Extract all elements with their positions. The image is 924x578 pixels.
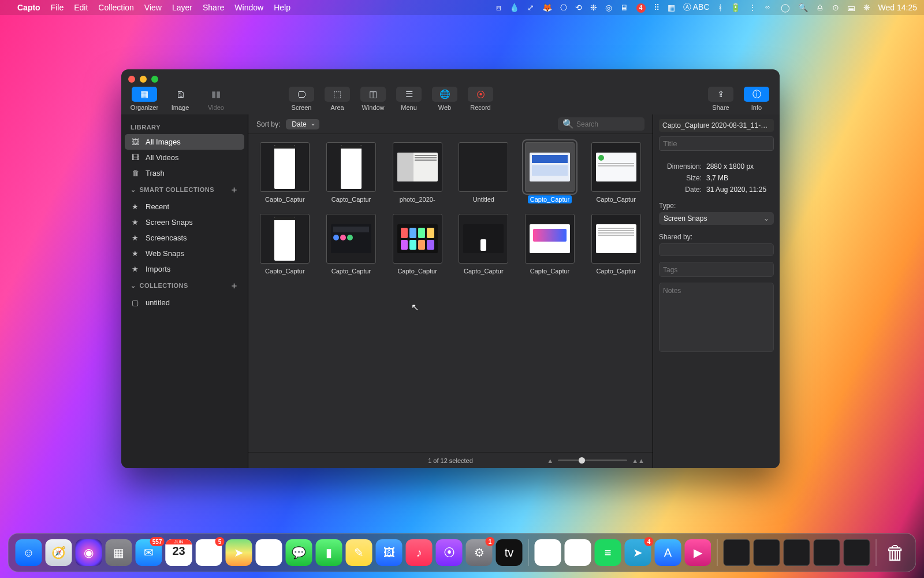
sidebar-library-all-images[interactable]: 🖼All Images [125,134,244,150]
thumbnail-item[interactable]: photo_2020- [386,142,448,203]
organizer-tab[interactable]: ▦Organizer [128,87,161,111]
dock-app-safari[interactable]: 🧭 [46,539,72,566]
dock-minimized-window[interactable] [724,539,750,566]
menubar-status-icon[interactable]: 🔍 [798,3,808,12]
dock-app-mail[interactable]: ✉︎557 [136,539,162,566]
menubar-status-icon[interactable]: ⧈ [496,3,501,13]
app-menu[interactable]: Capto [17,3,40,12]
menubar-status-icon[interactable]: ⋮ [748,3,757,12]
sidebar-collection-untitled[interactable]: ▢untitled [125,295,244,310]
menubar-status-icon[interactable]: ⟲ [575,3,582,12]
shared-by-field[interactable] [659,243,774,256]
dock-app-music[interactable]: ♪ [406,539,433,566]
thumbnail-item[interactable]: Capto_Captur [453,214,515,275]
dock-minimized-window[interactable] [844,539,870,566]
thumbnail-item[interactable]: Capto_Captur [254,142,316,203]
thumbnail-item[interactable]: Capto_Captur [321,142,382,203]
info-button[interactable]: ⓘInfo [740,87,773,111]
capture-window-button[interactable]: ◫Window [357,87,389,111]
dock-app-telegram[interactable]: ➤4 [625,539,651,566]
dock-app-spotify[interactable]: ≡ [595,539,621,566]
dock-app-calendar[interactable]: JUN23 [166,539,192,566]
sidebar-smart-screencasts[interactable]: ★Screencasts [125,230,244,246]
dock-trash[interactable]: 🗑 [882,539,909,566]
add-smart-collection-button[interactable]: ＋ [230,184,239,195]
thumbnail-item[interactable]: Untitled [453,142,515,203]
search-field[interactable]: 🔍 [558,117,644,131]
sidebar-library-trash[interactable]: 🗑Trash [125,165,244,181]
menubar-status-icon[interactable]: ᯤ [765,3,773,12]
menubar-status-icon[interactable]: 🔋 [731,3,740,12]
menu-window[interactable]: Window [234,3,263,12]
dock-app-chrome[interactable]: ◯ [565,539,591,566]
type-dropdown[interactable]: Screen Snaps [659,212,774,225]
menu-collection[interactable]: Collection [98,3,133,12]
zoom-slider[interactable]: ▲ ▲▲ [547,457,644,464]
add-collection-button[interactable]: ＋ [230,280,239,291]
menubar-status-icon[interactable]: ⊙ [832,3,839,12]
sidebar-smart-imports[interactable]: ★Imports [125,261,244,277]
thumbnail-item[interactable]: Capto_Captur [585,214,647,275]
record-button[interactable]: ⦿Record [464,87,497,111]
menubar-status-icon[interactable]: ⤢ [527,3,534,12]
tags-field[interactable]: Tags [659,262,774,277]
menu-help[interactable]: Help [274,3,290,12]
menubar-status-icon[interactable]: ❉ [590,3,597,12]
menubar-status-icon[interactable]: 🖴 [847,3,855,12]
collections-header[interactable]: ⌄COLLECTIONS ＋ [125,277,244,295]
sidebar-smart-screen-snaps[interactable]: ★Screen Snaps [125,214,244,230]
notes-field[interactable]: Notes [659,283,774,352]
menu-file[interactable]: File [51,3,64,12]
dock-minimized-window[interactable] [814,539,840,566]
sidebar-library-all-videos[interactable]: 🎞All Videos [125,150,244,165]
thumbnail-item[interactable]: Capto_Captur [519,142,581,203]
menubar-status-icon[interactable]: ❋ [863,3,870,12]
menubar-status-icon[interactable]: ◯ [781,3,790,12]
menubar-status-icon[interactable]: Ⓐ ABC [683,2,710,13]
capture-screen-button[interactable]: 🖵Screen [285,87,318,111]
dock-app-launchpad[interactable]: ▦ [106,539,132,566]
dock-app-preview[interactable]: 🖼 [376,539,403,566]
share-button[interactable]: ⇪Share [705,87,737,111]
dock-app-settings[interactable]: ⚙︎1 [466,539,493,566]
dock-app-appletv[interactable]: tv [496,539,523,566]
menu-share[interactable]: Share [203,3,224,12]
thumbnail-item[interactable]: Capto_Captur [321,214,382,275]
menubar-status-icon[interactable]: 🖥 [620,3,628,12]
dock-app-messages[interactable]: 💬 [286,539,312,566]
dock-app-facetime[interactable]: ▮ [316,539,342,566]
menubar-status-icon[interactable]: ᚼ [718,3,722,12]
thumbnail-item[interactable]: Capto_Captur [386,214,448,275]
dock-app-maps[interactable]: ➤ [226,539,252,566]
dock-app-unknown[interactable]: ▶ [685,539,711,566]
menubar-status-icon[interactable]: 🦊 [542,3,552,12]
menubar-status-icon[interactable]: 🕭 [816,3,824,12]
menubar-status-icon[interactable]: 💧 [509,3,519,12]
menubar-status-icon[interactable]: ⠿ [654,3,660,12]
dock-app-slack[interactable]: ✱ [535,539,561,566]
capture-menu-button[interactable]: ☰Menu [393,87,425,111]
dock-app-finder[interactable]: ☺ [16,539,42,566]
thumbnail-item[interactable]: Capto_Captur [585,142,647,203]
dock-app-reminders[interactable]: ☰5 [196,539,222,566]
image-tab[interactable]: 🖻Image [164,87,196,111]
capture-web-button[interactable]: 🌐Web [429,87,461,111]
dock-app-photos[interactable]: ✿ [256,539,282,566]
dock-app-podcasts[interactable]: ⦿ [436,539,463,566]
menubar-status-icon[interactable]: ⎔ [560,3,567,12]
sidebar-smart-recent[interactable]: ★Recent [125,199,244,214]
menubar-clock[interactable]: Wed 14:25 [878,3,917,12]
thumbnail-grid[interactable]: Capto_CapturCapto_Capturphoto_2020-Untit… [248,134,653,452]
dock-minimized-window[interactable] [754,539,780,566]
capture-area-button[interactable]: ⬚Area [321,87,353,111]
menu-layer[interactable]: Layer [172,3,192,12]
dock-minimized-window[interactable] [784,539,810,566]
sidebar-smart-web-snaps[interactable]: ★Web Snaps [125,246,244,261]
dock-app-appstore[interactable]: A [655,539,681,566]
menubar-status-icon[interactable]: ◎ [605,3,612,12]
dock-app-notes[interactable]: ✎ [346,539,372,566]
dock-app-siri[interactable]: ◉ [76,539,102,566]
thumbnail-item[interactable]: Capto_Captur [519,214,581,275]
menubar-status-icon[interactable]: ▦ [668,3,675,12]
menu-view[interactable]: View [144,3,162,12]
